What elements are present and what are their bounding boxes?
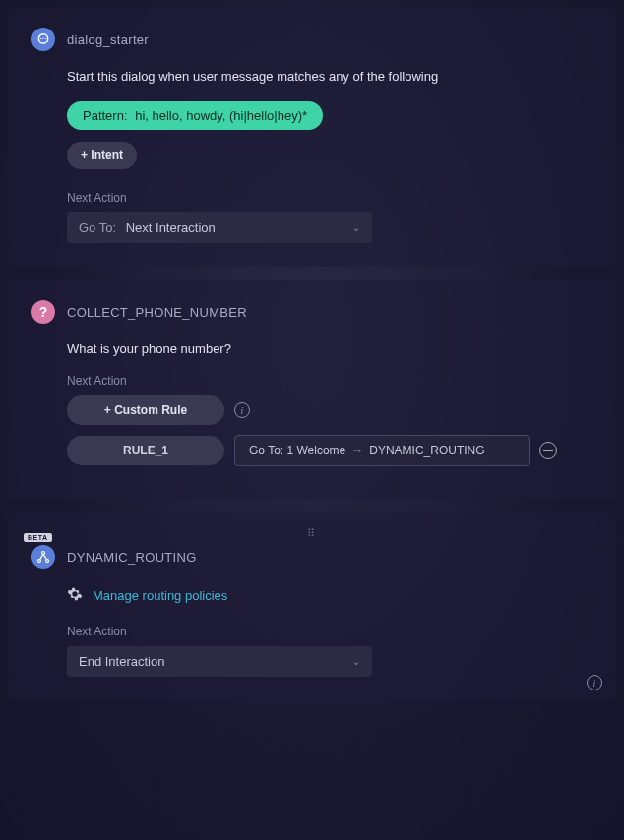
info-icon[interactable]: i (587, 675, 602, 690)
node-header: BETA DYNAMIC_ROUTING (31, 545, 593, 569)
add-custom-rule-button[interactable]: + Custom Rule (67, 395, 224, 425)
node-collect-phone: ? COLLECT_PHONE_NUMBER What is your phon… (8, 280, 616, 500)
svg-line-9 (43, 554, 47, 560)
next-action-label: Next Action (67, 374, 593, 388)
rule-pill[interactable]: RULE_1 (67, 436, 224, 465)
node-prompt: What is your phone number? (67, 341, 593, 356)
node-header: ? COLLECT_PHONE_NUMBER (31, 300, 593, 324)
pattern-value: hi, hello, howdy, (hi|hello|hey)* (135, 108, 307, 123)
rule-goto-prefix: Go To: 1 Welcome (249, 444, 345, 457)
node-title: COLLECT_PHONE_NUMBER (67, 305, 247, 320)
gear-icon (67, 586, 83, 605)
drag-handle-icon[interactable]: ⠿ (307, 527, 317, 540)
node-dynamic-routing: ⠿ BETA DYNAMIC_ROUTING Manage (8, 513, 616, 700)
remove-rule-button[interactable] (539, 442, 557, 459)
chat-icon (31, 28, 55, 51)
svg-rect-4 (543, 450, 553, 451)
node-title: DYNAMIC_ROUTING (67, 550, 197, 565)
add-intent-button[interactable]: + Intent (67, 142, 137, 169)
arrow-right-icon: → (351, 444, 363, 457)
svg-line-8 (40, 554, 44, 560)
node-description: Start this dialog when user message matc… (67, 69, 593, 84)
pattern-pill[interactable]: Pattern: hi, hello, howdy, (hi|hello|hey… (67, 101, 323, 130)
goto-label: Go To: (79, 220, 116, 235)
next-action-label: Next Action (67, 191, 593, 205)
chevron-down-icon: ⌄ (352, 222, 360, 233)
next-action-select[interactable]: Go To: Next Interaction ⌄ (67, 212, 372, 243)
next-action-select[interactable]: End Interaction ⌄ (67, 646, 372, 677)
svg-point-3 (45, 38, 46, 39)
manage-routing-link[interactable]: Manage routing policies (93, 588, 227, 603)
svg-point-5 (42, 551, 45, 554)
routing-icon (31, 545, 55, 569)
question-icon: ? (31, 300, 55, 324)
beta-badge: BETA (24, 533, 52, 542)
action-value: End Interaction (79, 654, 164, 669)
goto-value: Next Interaction (126, 220, 216, 235)
svg-point-2 (42, 38, 43, 39)
next-action-label: Next Action (67, 625, 593, 638)
node-header: dialog_starter (31, 28, 593, 51)
info-icon[interactable]: i (234, 402, 250, 418)
node-title: dialog_starter (67, 32, 149, 47)
node-dialog-starter: dialog_starter Start this dialog when us… (8, 8, 616, 267)
svg-point-1 (40, 38, 41, 39)
rule-goto-target: DYNAMIC_ROUTING (369, 444, 484, 457)
rule-goto-select[interactable]: Go To: 1 Welcome → DYNAMIC_ROUTING (234, 435, 530, 466)
chevron-down-icon: ⌄ (352, 656, 360, 667)
pattern-label: Pattern: (83, 108, 128, 123)
